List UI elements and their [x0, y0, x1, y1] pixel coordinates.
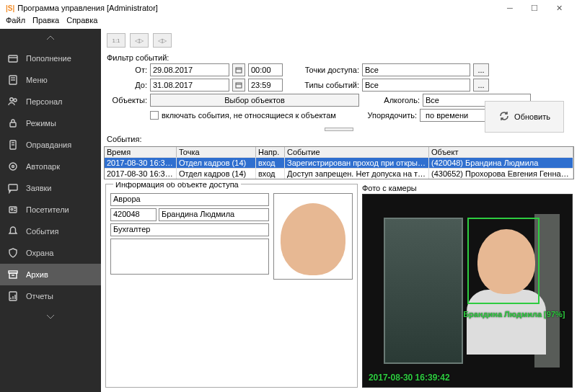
sidebar: Пополнение Меню Персонал Режимы Оправдан… — [0, 29, 101, 392]
people-icon — [7, 96, 19, 107]
order-label: Упорядочить: — [362, 111, 417, 120]
sidebar-label: Охрана — [26, 249, 53, 257]
include-checkbox[interactable] — [150, 111, 159, 120]
sidebar-item-visitors[interactable]: Посетители — [0, 199, 101, 220]
shield-icon — [7, 247, 19, 259]
archive-icon — [7, 269, 19, 280]
camera-title: Фото с камеры — [362, 184, 573, 192]
sidebar-item-reports[interactable]: Отчеты — [0, 285, 101, 307]
sidebar-item-requests[interactable]: Заявки — [0, 177, 101, 199]
thumb-2[interactable]: ◁▷ — [130, 33, 149, 48]
th-point[interactable]: Точка — [177, 147, 256, 157]
objects-button[interactable]: Выбор объектов — [150, 94, 359, 107]
sidebar-item-security[interactable]: Охрана — [0, 242, 101, 264]
sidebar-item-excuses[interactable]: Оправдания — [0, 134, 101, 156]
svg-point-6 — [14, 99, 17, 102]
alcohol-label: Алкоголь: — [365, 96, 420, 104]
from-label: От: — [107, 66, 147, 74]
sidebar-item-modes[interactable]: Режимы — [0, 112, 101, 134]
to-time-input[interactable] — [248, 79, 283, 92]
th-object[interactable]: Объект — [429, 147, 573, 157]
menu-edit[interactable]: Правка — [32, 16, 59, 29]
filter-title: Фильтр событий: — [107, 53, 571, 62]
svg-rect-7 — [10, 122, 16, 127]
sidebar-item-replenish[interactable]: Пополнение — [0, 48, 101, 69]
points-browse[interactable]: ... — [473, 63, 489, 76]
svg-point-5 — [10, 98, 13, 101]
from-time-input[interactable] — [248, 63, 283, 76]
sidebar-item-archive[interactable]: Архив — [0, 264, 101, 285]
svg-point-11 — [9, 163, 17, 170]
from-date-picker[interactable] — [232, 63, 245, 76]
svg-rect-13 — [9, 184, 17, 190]
sidebar-label: Архив — [26, 270, 48, 279]
target-icon — [7, 161, 19, 172]
camera-thumbs: 1:1 ◁▷ ◁▷ — [104, 32, 574, 49]
clipboard-icon — [7, 74, 19, 86]
thumb-3[interactable]: ◁▷ — [153, 33, 172, 48]
menu-file[interactable]: Файл — [6, 16, 25, 29]
svg-point-15 — [11, 208, 13, 210]
sidebar-label: Отчеты — [26, 292, 53, 300]
sidebar-label: Автопарк — [26, 162, 60, 171]
position-field: Бухгалтер — [110, 223, 269, 236]
from-date-input[interactable] — [150, 63, 229, 76]
sidebar-label: Оправдания — [26, 141, 71, 149]
face-rect — [467, 218, 539, 304]
svg-point-12 — [12, 166, 14, 168]
to-date-input[interactable] — [150, 79, 229, 92]
menu-help[interactable]: Справка — [66, 16, 97, 29]
profile-photo — [273, 193, 353, 280]
sidebar-item-menu[interactable]: Меню — [0, 69, 101, 91]
to-label: До: — [107, 81, 147, 89]
svg-rect-25 — [236, 68, 242, 73]
types-browse[interactable]: ... — [473, 79, 489, 92]
table-header: Время Точка Напр. Событие Объект — [105, 147, 573, 157]
sidebar-item-personnel[interactable]: Персонал — [0, 91, 101, 112]
table-row[interactable]: 2017-08-30 16:39:42 Отдел кадров (14) вх… — [105, 157, 573, 168]
th-event[interactable]: Событие — [285, 147, 429, 157]
points-input[interactable] — [362, 63, 470, 76]
app-logo: |S| — [6, 4, 14, 12]
sidebar-item-autopark[interactable]: Автопарк — [0, 156, 101, 177]
lock-icon — [7, 117, 19, 129]
types-label: Типы событий: — [304, 81, 359, 89]
refresh-label: Обновить — [514, 112, 550, 121]
info-panel: Информация об объекте доступа Аврора 420… — [105, 184, 358, 388]
objects-label: Объекты: — [107, 96, 147, 104]
menubar: Файл Правка Справка — [0, 16, 577, 29]
camera-panel: Фото с камеры Брандина Людмила [97%] 201… — [362, 184, 573, 388]
maximize-button[interactable]: ☐ — [522, 1, 547, 15]
report-icon — [7, 290, 19, 302]
table-row[interactable]: 2017-08-30 16:39:43 Отдел кадров (14) вх… — [105, 168, 573, 179]
sidebar-up[interactable] — [0, 29, 101, 48]
sidebar-label: События — [26, 227, 58, 236]
types-input[interactable] — [362, 79, 470, 92]
sidebar-label: Режимы — [26, 119, 56, 128]
main-panel: 1:1 ◁▷ ◁▷ Фильтр событий: От: Точки дост… — [101, 29, 577, 392]
badge-icon — [7, 204, 19, 215]
sidebar-down[interactable] — [0, 307, 101, 326]
to-date-picker[interactable] — [232, 79, 245, 92]
close-button[interactable]: ✕ — [547, 1, 571, 15]
notes-field — [110, 239, 269, 275]
card-icon — [7, 53, 19, 64]
events-title: События: — [104, 135, 574, 143]
sidebar-label: Посетители — [26, 205, 69, 214]
chat-icon — [7, 182, 19, 194]
sidebar-label: Пополнение — [26, 54, 71, 63]
th-time[interactable]: Время — [105, 147, 177, 157]
th-dir[interactable]: Напр. — [256, 147, 285, 157]
refresh-icon — [498, 110, 510, 123]
company-field: Аврора — [110, 193, 269, 206]
sidebar-item-events[interactable]: События — [0, 220, 101, 242]
points-label: Точки доступа: — [304, 66, 359, 74]
window-title: Программа управления [Administrator] — [17, 4, 158, 12]
sidebar-label: Меню — [26, 76, 48, 84]
minimize-button[interactable]: ─ — [498, 1, 522, 15]
bell-icon — [7, 226, 19, 237]
camera-view: Брандина Людмила [97%] 2017-08-30 16:39:… — [362, 194, 573, 388]
thumb-1[interactable]: 1:1 — [107, 33, 125, 48]
refresh-button[interactable]: Обновить — [485, 101, 564, 133]
events-table: Время Точка Напр. Событие Объект 2017-08… — [104, 146, 574, 179]
